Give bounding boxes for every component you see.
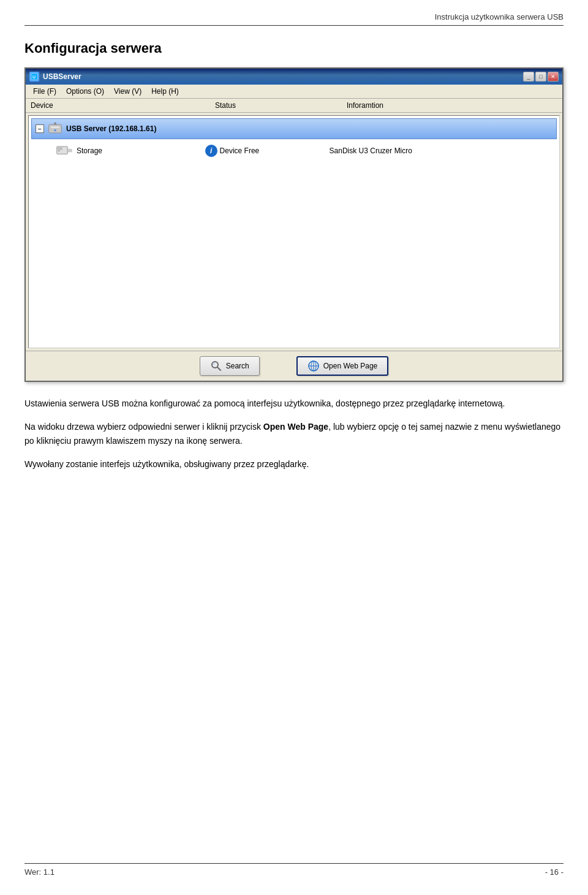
page-title: Konfiguracja serwera [24, 40, 564, 56]
col-header-status: Status [215, 101, 347, 110]
server-name: USB Server (192.168.1.61) [66, 124, 156, 133]
page-header: Instrukcja użytkownika serwera USB [24, 12, 564, 26]
content-area: − USB Server (192.168.1.61) [28, 115, 560, 348]
app-icon: U [29, 72, 39, 82]
title-bar: U USBServer _ □ ✕ [26, 69, 562, 85]
page-footer: Wer: 1.1 - 16 - [24, 863, 564, 877]
minimize-button[interactable]: _ [523, 72, 534, 82]
device-info: SanDisk U3 Cruzer Micro [330, 147, 412, 155]
title-bar-left: U USBServer [29, 72, 81, 82]
expand-button[interactable]: − [36, 124, 44, 133]
svg-rect-8 [58, 150, 61, 151]
svg-line-11 [217, 367, 221, 370]
bottom-bar: Search Open Web Page [26, 351, 562, 381]
svg-point-4 [54, 129, 56, 131]
col-header-info: Inforamtion [347, 101, 557, 110]
window-title: USBServer [43, 72, 81, 81]
device-row: Storage i Device Free SanDisk U3 Cruzer … [31, 142, 557, 160]
search-icon [210, 360, 222, 372]
search-button-label: Search [226, 362, 249, 370]
body-paragraph-3: Wywołany zostanie interfejs użytkownika,… [24, 457, 564, 471]
device-left: Storage [56, 144, 205, 158]
device-status: i Device Free [205, 145, 330, 157]
server-row-left: − USB Server (192.168.1.61) [36, 121, 216, 136]
device-status-text: Device Free [220, 147, 260, 155]
maximize-button[interactable]: □ [535, 72, 546, 82]
title-bar-buttons: _ □ ✕ [523, 72, 559, 82]
svg-text:U: U [32, 75, 36, 79]
search-button[interactable]: Search [200, 356, 260, 376]
body-paragraph-2: Na widoku drzewa wybierz odpowiedni serw… [24, 420, 564, 448]
application-window: U USBServer _ □ ✕ File (F) Options (O) V… [24, 67, 564, 382]
header-title: Instrukcja użytkownika serwera USB [435, 12, 564, 21]
col-header-device: Device [31, 101, 215, 110]
column-headers: Device Status Inforamtion [26, 99, 562, 113]
storage-icon [56, 144, 73, 158]
version-label: Wer: 1.1 [24, 867, 55, 877]
svg-point-12 [213, 362, 215, 365]
body-paragraph-1: Ustawienia serwera USB można konfigurowa… [24, 397, 564, 410]
svg-rect-3 [50, 126, 59, 128]
server-row: − USB Server (192.168.1.61) [31, 118, 557, 139]
server-icon [48, 121, 62, 136]
page-number: - 16 - [545, 867, 564, 877]
svg-rect-9 [67, 149, 72, 151]
menu-options[interactable]: Options (O) [64, 86, 107, 97]
open-web-page-button-label: Open Web Page [323, 362, 378, 370]
svg-rect-5 [54, 123, 56, 124]
close-button[interactable]: ✕ [548, 72, 559, 82]
menu-file[interactable]: File (F) [31, 86, 59, 97]
device-name: Storage [77, 147, 102, 155]
info-icon: i [205, 145, 217, 157]
open-web-page-button[interactable]: Open Web Page [296, 356, 389, 376]
svg-rect-7 [58, 148, 62, 150]
menu-bar: File (F) Options (O) View (V) Help (H) [26, 85, 562, 99]
open-web-page-bold: Open Web Page [263, 422, 328, 432]
globe-icon [307, 360, 320, 372]
menu-view[interactable]: View (V) [111, 86, 144, 97]
svg-rect-2 [49, 124, 62, 133]
menu-help[interactable]: Help (H) [149, 86, 181, 97]
